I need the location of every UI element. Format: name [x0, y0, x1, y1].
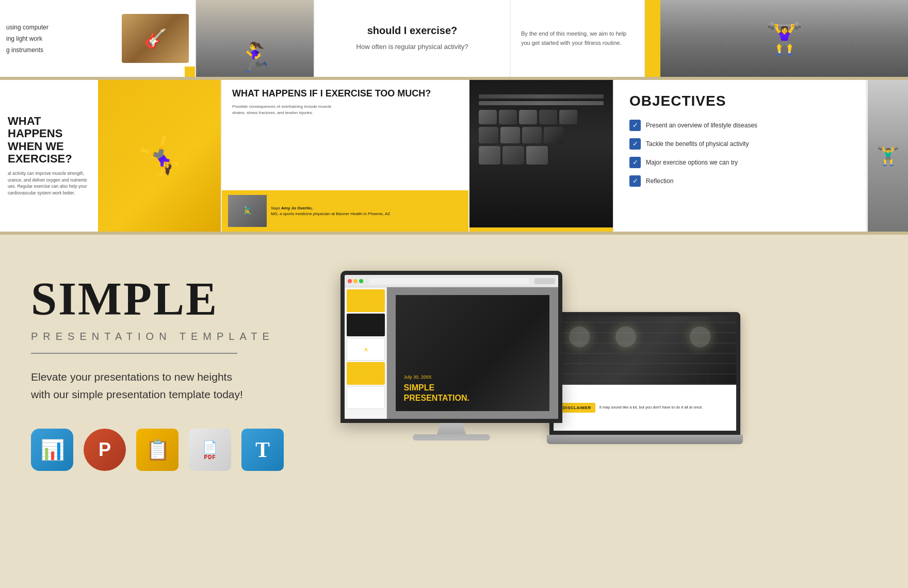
bottom-left: SIMPLE PRESENTATION TEMPLATE Elevate you…: [31, 260, 310, 565]
monitor-app-content: A July 30, 2055 SIMPLE PRESENTATION: [345, 287, 558, 419]
mid-cell-gym-image: [469, 80, 614, 232]
monitor-sidebar: A: [345, 287, 387, 419]
monitor-main-slide: July 30, 2055 SIMPLE PRESENTATION.: [387, 287, 558, 419]
divider: [31, 353, 237, 354]
app-icons-row: 📊 P 📋 📄 PDF T: [31, 429, 310, 471]
tagline-1: Elevate your presentations to new height…: [31, 368, 310, 386]
objective-text-4: Reflection: [646, 177, 673, 185]
top-cell-text2: ing light work: [6, 35, 118, 42]
meeting-goal-text: By the end of this meeting, we aim to he…: [521, 29, 634, 47]
powerpoint-icon[interactable]: P: [84, 429, 126, 471]
tagline: Elevate your presentations to new height…: [31, 368, 310, 403]
devices-section: A July 30, 2055 SIMPLE PRESENTATION: [340, 260, 877, 565]
check-icon-2: ✓: [629, 138, 641, 150]
pdf-icon[interactable]: 📄 PDF: [189, 429, 231, 471]
objective-item-2: ✓ Tackle the benefits of physical activi…: [629, 138, 850, 150]
objective-item-4: ✓ Reflection: [629, 175, 850, 187]
monitor-slide-title-1: SIMPLE: [404, 383, 469, 393]
person-weights-image: 🏋️‍♀️: [660, 0, 908, 77]
mid-cell-exercise-effect: WHAT HAPPENS WHEN WE EXERCISE? al activi…: [0, 80, 222, 232]
top-strip: using computer ing light work g instrume…: [0, 0, 908, 80]
exercise-effect-body: al activity can improve muscle strength,…: [8, 170, 90, 197]
objective-text-2: Tackle the benefits of physical activity: [646, 140, 749, 148]
top-cell-music: using computer ing light work g instrume…: [0, 0, 196, 77]
right-edge-person: 🏋️‍♂️: [868, 80, 908, 232]
objective-text-1: Present an overview of lifestyle disease…: [646, 122, 757, 129]
monitor-body: A July 30, 2055 SIMPLE PRESENTATION: [340, 271, 562, 423]
top-cell-exercise-question: should I exercise? How often is regular …: [315, 0, 511, 77]
quote-body: MD, a sports medicine physician at Banne…: [271, 211, 462, 217]
yellow-bar-right: [645, 0, 660, 77]
laptop-screen: DISCLAIMER It may sound like a lot, but …: [549, 312, 740, 435]
check-icon-3: ✓: [629, 157, 641, 168]
athlete-figure: 🤸‍♀️: [98, 80, 221, 232]
laptop-keyboard: [547, 435, 743, 444]
quote-person-photo: 🚴‍♂️: [228, 195, 267, 227]
simple-title: SIMPLE: [31, 276, 310, 322]
google-slides-icon[interactable]: 📋: [136, 429, 179, 471]
top-cell-person-right: 🏋️‍♀️: [645, 0, 908, 77]
objective-item-1: ✓ Present an overview of lifestyle disea…: [629, 120, 850, 131]
typography-icon[interactable]: T: [241, 429, 284, 471]
mid-cell-too-much: WHAT HAPPENS IF I EXERCISE TOO MUCH? Pos…: [222, 80, 469, 232]
too-much-title: WHAT HAPPENS IF I EXERCISE TOO MUCH?: [232, 88, 458, 100]
bottom-section: SIMPLE PRESENTATION TEMPLATE Elevate you…: [0, 235, 908, 588]
objective-item-3: ✓ Major exercise options we can try: [629, 157, 850, 168]
woman-fitness-image: 🏃‍♀️: [196, 0, 314, 77]
disclaimer-label: DISCLAIMER: [563, 405, 591, 410]
disclaimer-box: DISCLAIMER: [559, 403, 595, 413]
exercise-question-body: How often is regular physical activity?: [325, 42, 499, 52]
monitor-slide-title-2: PRESENTATION.: [404, 393, 469, 403]
keynote-icon[interactable]: 📊: [31, 429, 73, 471]
presentation-template-subtitle: PRESENTATION TEMPLATE: [31, 331, 310, 342]
top-cell-text3: g instruments: [6, 46, 118, 54]
mid-cell-objectives: OBJECTIVES ✓ Present an overview of life…: [614, 80, 867, 232]
disclaimer-text: It may sound like a lot, but you don't h…: [599, 405, 703, 411]
gym-image-bg: [469, 80, 613, 232]
monitor-neck: [433, 423, 469, 434]
monitor-mockup: A July 30, 2055 SIMPLE PRESENTATION: [340, 271, 562, 440]
exercise-question-title: should I exercise?: [325, 25, 499, 37]
yellow-accent-bottom: [185, 67, 195, 77]
quote-row: 🚴‍♂️ Says Amy Jo Overlin, MD, a sports m…: [222, 190, 468, 232]
guitar-image: 🎸: [122, 14, 189, 63]
mid-cell-right-edge: 🏋️‍♂️: [867, 80, 908, 232]
check-icon-4: ✓: [629, 175, 641, 187]
laptop-gym-image: [554, 316, 736, 385]
tagline-2: with our simple presentation template to…: [31, 386, 310, 403]
objectives-title: OBJECTIVES: [629, 93, 850, 109]
check-icon-1: ✓: [629, 120, 641, 131]
too-much-desc: Possible consequences of overtraining in…: [232, 104, 346, 116]
laptop-mockup: DISCLAIMER It may sound like a lot, but …: [547, 312, 743, 444]
objective-text-3: Major exercise options we can try: [646, 159, 738, 166]
laptop-bottom-area: DISCLAIMER It may sound like a lot, but …: [554, 385, 736, 431]
monitor-date-text: July 30, 2055: [404, 374, 469, 380]
top-cell-fitness-woman: 🏃‍♀️: [196, 0, 315, 77]
monitor-base: [413, 434, 490, 440]
top-cell-meeting-goal: By the end of this meeting, we aim to he…: [511, 0, 645, 77]
top-cell-text1: using computer: [6, 24, 118, 31]
monitor-toolbar: [345, 275, 558, 287]
quote-prefix: Says Amy Jo Overlin,: [271, 205, 462, 211]
exercise-effect-title: WHAT HAPPENS WHEN WE EXERCISE?: [8, 115, 90, 165]
athlete-image-panel: 🤸‍♀️: [98, 80, 221, 232]
middle-strip: WHAT HAPPENS WHEN WE EXERCISE? al activi…: [0, 80, 908, 235]
